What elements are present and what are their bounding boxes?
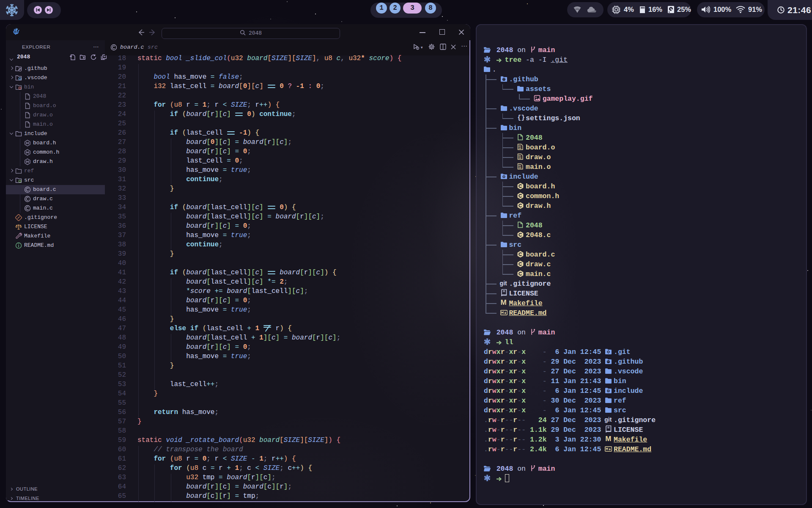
svg-text:10: 10 xyxy=(518,166,521,169)
svg-text:10: 10 xyxy=(518,157,521,160)
svg-text:10: 10 xyxy=(518,147,521,150)
